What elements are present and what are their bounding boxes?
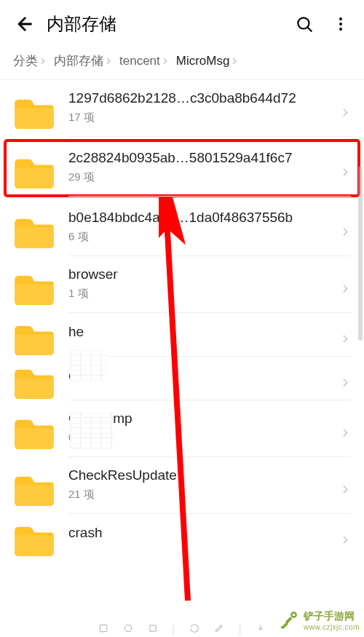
svg-point-5	[339, 28, 342, 31]
folder-item-count: 21 项	[68, 488, 329, 502]
svg-line-2	[308, 28, 312, 31]
folder-icon	[13, 97, 55, 130]
folder-icon	[13, 216, 55, 250]
back-button[interactable]	[7, 8, 39, 40]
chevron-right-icon	[160, 56, 176, 66]
folder-icon	[13, 524, 55, 558]
folder-name: CheckResUpdate	[68, 467, 329, 483]
breadcrumb-item[interactable]: 分类	[13, 52, 38, 69]
tool-icon[interactable]	[98, 623, 108, 633]
folder-icon	[13, 417, 55, 451]
chevron-right-icon	[339, 427, 351, 438]
watermark-url: www.czjxjc.com	[304, 623, 360, 631]
chevron-right-icon	[339, 106, 351, 118]
svg-point-14	[293, 614, 296, 617]
svg-rect-8	[100, 625, 106, 631]
download-icon[interactable]	[256, 623, 266, 633]
search-icon	[295, 15, 314, 33]
folder-row[interactable]: browser 1 项	[0, 256, 364, 313]
folder-row[interactable]: crash	[0, 514, 364, 558]
svg-point-9	[124, 625, 131, 631]
folder-row[interactable]: CDNTemp 0 项	[0, 400, 364, 457]
folder-name: crash	[68, 525, 329, 541]
chevron-right-icon	[103, 56, 119, 66]
page-title: 内部存储	[44, 12, 284, 36]
titlebar: 内部存储	[0, 0, 364, 48]
chevron-right-icon	[229, 56, 245, 66]
svg-rect-12	[285, 617, 293, 624]
refresh-icon[interactable]	[189, 623, 199, 633]
folder-icon	[13, 474, 55, 507]
folder-icon	[13, 367, 55, 400]
folder-row[interactable]: 2c28824b0935ab…5801529a41f6c7 29 项	[4, 140, 360, 197]
svg-point-3	[339, 17, 342, 20]
tool-icon[interactable]	[148, 623, 158, 633]
shovel-logo-icon	[277, 609, 299, 631]
breadcrumb: 分类 内部存储 tencent MicroMsg	[0, 48, 364, 80]
chevron-right-icon	[339, 282, 351, 294]
chevron-right-icon	[339, 534, 351, 545]
watermark: 铲子手游网 www.czjxjc.com	[277, 609, 360, 631]
folder-item-count: 6 项	[68, 230, 329, 244]
more-vertical-icon	[332, 15, 349, 33]
folder-list: 1297d6862b2128…c3c0ba8b644d72 17 项 2c288…	[0, 80, 364, 636]
svg-rect-10	[150, 625, 156, 631]
folder-item-count: 1 项	[68, 287, 329, 301]
folder-row[interactable]: 1297d6862b2128…c3c0ba8b644d72 17 项	[0, 80, 364, 137]
chevron-right-icon	[339, 483, 351, 495]
edit-icon[interactable]	[214, 623, 224, 633]
folder-icon	[13, 323, 55, 357]
breadcrumb-item[interactable]: tencent	[119, 54, 160, 68]
svg-point-4	[339, 23, 342, 25]
chevron-right-icon	[339, 333, 351, 344]
folder-icon	[13, 157, 55, 190]
folder-name: c	[68, 368, 329, 384]
folder-row[interactable]: c	[0, 357, 364, 400]
watermark-text: 铲子手游网	[304, 610, 360, 623]
folder-row[interactable]: CheckResUpdate 21 项	[0, 457, 364, 514]
folder-row[interactable]: b0e184bbdc4a1ff…1da0f48637556b 6 项	[0, 199, 364, 256]
folder-item-count: 17 项	[68, 111, 329, 124]
back-arrow-icon	[13, 14, 33, 34]
folder-name: 1297d6862b2128…c3c0ba8b644d72	[68, 90, 329, 106]
chevron-right-icon	[339, 376, 351, 388]
chevron-right-icon	[38, 56, 54, 66]
folder-name: browser	[68, 266, 329, 282]
breadcrumb-item[interactable]: 内部存储	[54, 52, 103, 69]
folder-name: 2c28824b0935ab…5801529a41f6c7	[68, 150, 332, 166]
chevron-right-icon	[339, 226, 351, 237]
obscured-region	[70, 349, 106, 381]
breadcrumb-item[interactable]: MicroMsg	[176, 54, 230, 68]
folder-name: b0e184bbdc4a1ff…1da0f48637556b	[68, 210, 329, 226]
chevron-right-icon	[339, 166, 351, 178]
folder-row[interactable]: he	[0, 313, 364, 357]
obscured-region	[70, 412, 114, 448]
tool-icon[interactable]	[123, 623, 133, 633]
scrollbar[interactable]	[358, 166, 363, 341]
folder-item-count: 29 项	[68, 170, 332, 184]
folder-name: he	[68, 324, 329, 340]
search-button[interactable]	[288, 8, 320, 40]
more-button[interactable]	[325, 8, 357, 40]
folder-icon	[13, 273, 55, 306]
